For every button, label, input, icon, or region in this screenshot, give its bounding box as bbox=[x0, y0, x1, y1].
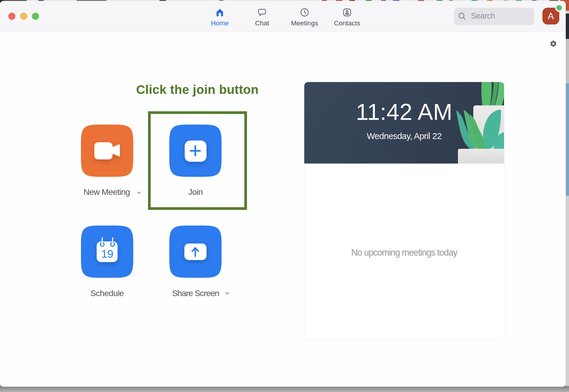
svg-text:19: 19 bbox=[101, 248, 113, 260]
